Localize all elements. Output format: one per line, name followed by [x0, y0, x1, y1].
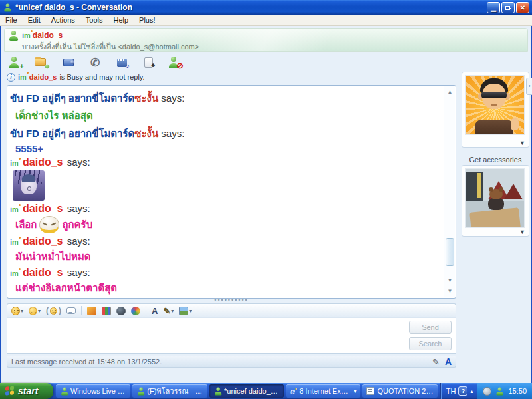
activities-icon[interactable]: ♪	[113, 55, 130, 70]
messenger-icon	[214, 387, 221, 395]
get-accessories-link[interactable]: Get accessories	[462, 156, 529, 164]
says-label: says:	[158, 92, 184, 104]
contact-name: daido_s	[23, 156, 63, 168]
text-mode-icon[interactable]: A	[445, 356, 452, 367]
taskbar-item-label: Windows Live Mess...	[70, 387, 126, 395]
group-dropdown-arrow[interactable]: ▾	[354, 388, 356, 394]
update-tray-icon[interactable]	[483, 387, 491, 396]
taskbar-item[interactable]: Windows Live Mess...	[56, 384, 130, 398]
restore-button[interactable]	[501, 2, 515, 13]
message-text: มันน่าหม่ำไปหมด	[15, 249, 442, 265]
taskbar-item-label: *unicef daido_s - C...	[224, 387, 280, 395]
peer-name-accent: ซะงั้น	[134, 128, 158, 139]
messenger-app-icon	[4, 3, 12, 11]
share-files-icon[interactable]	[33, 55, 51, 70]
collapse-panel-button[interactable]: ‹	[526, 78, 532, 95]
menu-actions[interactable]: Actions	[46, 15, 80, 25]
message-text: เด็กช่างไร หล่อสุด	[15, 108, 442, 124]
contact-banner: im daido_s บางครั้งสิ่งที่เห็น ไม่ใช่สิ่…	[4, 28, 528, 52]
start-button[interactable]: start	[0, 383, 53, 399]
pane-splitter[interactable]: ••••••••••	[7, 299, 456, 303]
taskbar-item[interactable]: *unicef daido_s - C...	[209, 384, 284, 398]
internet-explorer-icon: e›	[290, 386, 297, 396]
background-icon[interactable]	[102, 307, 111, 315]
message-text: แต่ช่างอิเลกหน้าตาดีสุด	[15, 280, 442, 296]
invite-contact-icon[interactable]: +	[7, 55, 24, 70]
im-network-icon: im	[22, 31, 31, 39]
scrollbar-thumb[interactable]	[446, 238, 454, 266]
peer-name: ขับ FD อยู่ดีๆ อยากขี่โมตาร์ด	[10, 92, 134, 104]
wink-icon[interactable]: ▾	[29, 307, 41, 315]
menu-tools[interactable]: Tools	[80, 15, 108, 25]
last-message-status: Last message received at 15:48 on 13/1/2…	[11, 358, 162, 366]
contact-picture-menu-button[interactable]: ▼	[519, 140, 525, 146]
taskbar-item[interactable]: (F)พิโลวรรณ - Conv...	[132, 384, 207, 398]
info-icon: i	[7, 73, 15, 82]
winks-icon[interactable]	[87, 307, 96, 315]
menu-bar: FileEditActionsToolsHelpPlus!	[0, 15, 532, 26]
hide-icons-chevron[interactable]: ▴	[470, 388, 473, 394]
message-text-after: ถูกครับ	[62, 217, 92, 233]
chat-scrollbar[interactable]: ▲ ▼ ▼	[444, 86, 455, 297]
taskbar-item[interactable]: e›8 Internet Explorer▾	[286, 384, 360, 398]
contact-name: daido_s	[33, 31, 63, 40]
dropdown-arrow-icon[interactable]: ▾	[189, 308, 192, 314]
handwriting-icon[interactable]: ✎▾	[163, 307, 174, 315]
screen: *unicef daido_s - Conversation ▁ ✕ FileE…	[0, 0, 532, 399]
call-icon[interactable]: ✆	[86, 55, 104, 70]
language-indicator[interactable]: TH	[446, 387, 456, 395]
system-tray: TH ? ▴	[440, 383, 477, 399]
send-button[interactable]: Send	[409, 321, 452, 334]
voice-clip-icon[interactable]	[66, 307, 76, 314]
video-call-icon[interactable]	[60, 55, 77, 70]
sharing-icon[interactable]	[131, 307, 140, 315]
audio-icon[interactable]	[116, 307, 126, 315]
peer-name: ขับ FD อยู่ดีๆ อยากขี่โมตาร์ด	[10, 128, 134, 139]
handwriting-mode-icon[interactable]: ✎	[432, 357, 440, 367]
menu-plus[interactable]: Plus!	[134, 15, 160, 25]
my-picture-menu-button[interactable]: ▼	[519, 229, 525, 235]
input-toolbar: ▾▾()A✎▾▾	[7, 303, 456, 317]
clock: 15:50	[508, 387, 527, 395]
scroll-down-button[interactable]: ▼	[444, 276, 456, 285]
peer-name-accent: ซะงั้น	[134, 92, 158, 104]
dropdown-arrow-icon[interactable]: ▾	[21, 308, 23, 314]
help-tray-icon[interactable]: ?	[458, 386, 467, 396]
title-bar[interactable]: *unicef daido_s - Conversation ▁ ✕	[0, 0, 532, 15]
status-bar: Last message received at 15:48 on 13/1/2…	[7, 356, 456, 368]
scroll-up-button[interactable]: ▲	[444, 88, 456, 97]
chat-history[interactable]: ขับ FD อยู่ดีๆ อยากขี่โมตาร์ดซะงั้น says…	[7, 85, 456, 299]
dropdown-arrow-icon[interactable]: ▾	[171, 308, 174, 314]
says-label: says:	[64, 203, 90, 214]
menu-edit[interactable]: Edit	[23, 15, 46, 25]
menu-file[interactable]: File	[0, 15, 23, 25]
menu-help[interactable]: Help	[108, 15, 134, 25]
dropdown-arrow-icon[interactable]: ▾	[38, 308, 41, 314]
says-label: says:	[64, 267, 90, 278]
peer-message-header: ขับ FD อยู่ดีๆ อยากขี่โมตาร์ดซะงั้น says…	[10, 90, 442, 106]
says-label: says:	[158, 128, 184, 139]
search-button[interactable]: Search	[409, 337, 452, 350]
contact-picture-frame: ▼ ‹	[462, 72, 529, 148]
minimize-button[interactable]: ▁	[487, 2, 500, 13]
im-network-icon: im	[10, 269, 19, 277]
taskbar-item-label: 8 Internet Explorer	[299, 387, 351, 395]
font-icon[interactable]: A	[152, 307, 158, 315]
nudge-icon[interactable]: ()	[46, 307, 61, 315]
message-input[interactable]	[7, 318, 405, 353]
photo-icon[interactable]: ▾	[179, 307, 192, 315]
im-network-icon: im	[10, 159, 19, 167]
message-text-before: เลือก	[15, 217, 37, 233]
close-button[interactable]: ✕	[516, 2, 529, 13]
emoticon-icon[interactable]: ▾	[11, 307, 23, 315]
toolbar-separator	[146, 306, 146, 315]
games-icon[interactable]: ♠	[140, 55, 157, 70]
message-text: เลือกถูกครับ	[15, 216, 442, 233]
scroll-to-bottom-button[interactable]: ▼	[444, 287, 456, 296]
block-icon[interactable]: ⊘	[166, 55, 184, 70]
messenger-icon	[61, 387, 67, 395]
taskbar-item[interactable]: QUOTATION 2008 -...	[362, 384, 437, 398]
taskbar: start Windows Live Mess...(F)พิโลวรรณ - …	[0, 383, 532, 399]
messenger-tray-icon[interactable]	[496, 387, 504, 395]
says-label: says:	[64, 235, 90, 247]
